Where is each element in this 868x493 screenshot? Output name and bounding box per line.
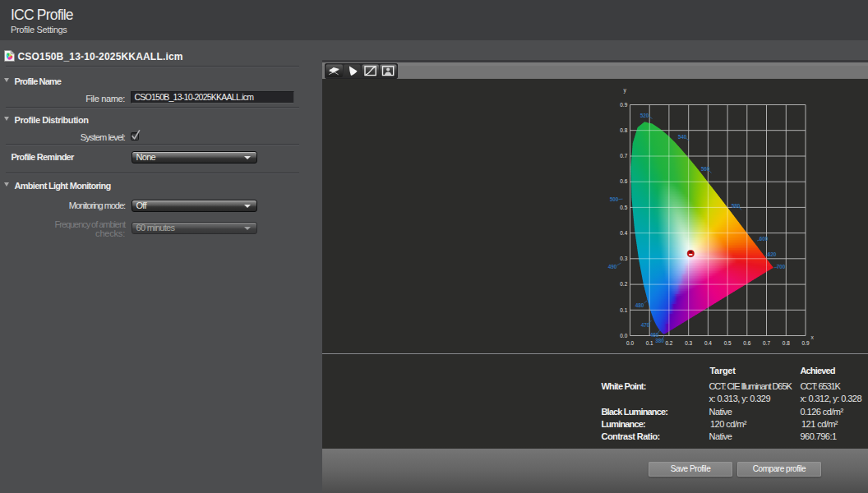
svg-text:520: 520 [640,113,649,118]
svg-text:0.3: 0.3 [685,340,692,346]
svg-text:0.0: 0.0 [626,340,634,346]
svg-text:490: 490 [608,264,617,270]
svg-text:0.9: 0.9 [802,340,810,346]
svg-text:0.4: 0.4 [620,230,627,236]
svg-text:380: 380 [655,338,664,343]
svg-text:0.9: 0.9 [620,102,627,108]
svg-text:x: x [811,334,815,340]
svg-text:620: 620 [768,251,777,257]
svg-text:540: 540 [678,134,687,140]
svg-text:0.3: 0.3 [620,256,627,261]
svg-text:0.8: 0.8 [620,127,627,133]
svg-text:0.2: 0.2 [665,340,672,346]
svg-text:0.6: 0.6 [743,340,750,346]
svg-text:0.4: 0.4 [704,340,712,346]
svg-text:600: 600 [760,236,769,242]
svg-text:0.5: 0.5 [724,340,732,346]
svg-text:0.6: 0.6 [620,178,627,184]
svg-text:0.5: 0.5 [620,205,627,210]
svg-text:0.8: 0.8 [783,340,790,346]
svg-text:0.1: 0.1 [646,340,653,346]
svg-text:0.0: 0.0 [620,333,627,339]
svg-text:y: y [624,87,627,94]
svg-text:460: 460 [650,332,659,338]
svg-text:470: 470 [641,322,650,328]
svg-text:0.7: 0.7 [763,340,770,346]
svg-text:0.1: 0.1 [620,307,627,313]
svg-text:700: 700 [777,264,786,270]
svg-text:0.2: 0.2 [620,281,627,287]
svg-text:500: 500 [610,196,619,202]
svg-text:560: 560 [701,166,710,172]
svg-text:480: 480 [635,302,644,308]
svg-text:0.7: 0.7 [620,153,627,159]
